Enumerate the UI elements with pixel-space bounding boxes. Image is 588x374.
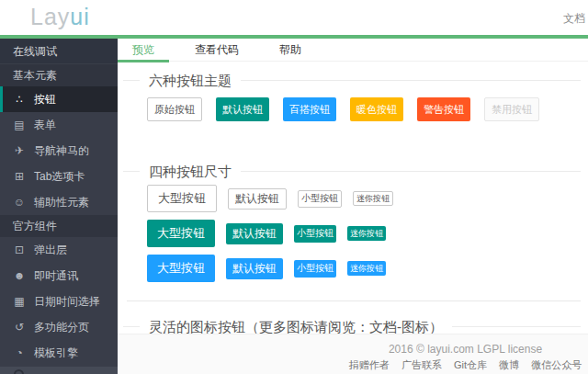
default-button[interactable]: 默认按钮 [216, 97, 269, 121]
layui-logo[interactable]: Layui [30, 4, 90, 30]
active-tab-underline [118, 60, 169, 62]
sidebar-item-label: 辅助性元素 [34, 195, 89, 210]
doc-nav-link[interactable]: 文档 [563, 11, 585, 27]
copyright-text: 2016 © layui.com LGPL license [343, 343, 588, 356]
sidebar-item-layer[interactable]: ⊡ 弹出层 [0, 237, 118, 263]
sidebar-item-label: 弹出层 [34, 243, 67, 258]
tab-label: 预览 [132, 43, 154, 56]
main-content: 预览 查看代码 帮助 六种按钮主题 原始按钮 默认按钮 百搭按钮 暖色按钮 警告… [118, 39, 588, 374]
page-footer: 2016 © layui.com LGPL license 捐赠作者 广告联系 … [118, 334, 588, 374]
engine-icon: ◔ [12, 346, 27, 359]
chat-icon: ☻ [12, 269, 27, 282]
sidebar-item-label: 模板引擎 [34, 346, 78, 361]
top-header: Layui 文档 [0, 0, 588, 35]
tab-preview[interactable]: 预览 [118, 39, 169, 61]
partial-icon [14, 369, 24, 374]
small-blue-button[interactable]: 小型按钮 [294, 260, 336, 278]
large-blue-button[interactable]: 大型按钮 [147, 255, 215, 282]
sidebar-item-nav[interactable]: ✈ 导航神马的 [0, 138, 118, 164]
clipboard-icon: ▤ [12, 119, 27, 131]
preview-pane: 六种按钮主题 原始按钮 默认按钮 百搭按钮 暖色按钮 警告按钮 禁用按钮 四种按… [118, 62, 588, 374]
sidebar-item-auxiliary[interactable]: ☺ 辅助性元素 [0, 189, 118, 215]
disabled-button: 禁用按钮 [484, 97, 539, 121]
footer-link-ads[interactable]: 广告联系 [401, 358, 442, 372]
section-button-themes: 六种按钮主题 原始按钮 默认按钮 百搭按钮 暖色按钮 警告按钮 禁用按钮 [123, 80, 581, 132]
mini-blue-button[interactable]: 迷你按钮 [347, 261, 386, 276]
logo-text-lay: Lay [30, 4, 70, 29]
default-blue-button[interactable]: 默认按钮 [226, 258, 283, 279]
small-primary-button[interactable]: 小型按钮 [298, 190, 342, 208]
original-button[interactable]: 原始按钮 [147, 97, 202, 121]
send-icon: ✈ [12, 144, 27, 157]
sidebar-item-label: 按钮 [34, 92, 56, 108]
normal-button[interactable]: 百搭按钮 [283, 97, 336, 121]
small-green-button[interactable]: 小型按钮 [294, 225, 336, 243]
warm-button[interactable]: 暖色按钮 [350, 97, 403, 121]
tab-label: 查看代码 [195, 43, 239, 56]
mini-primary-button[interactable]: 迷你按钮 [353, 191, 393, 206]
sidebar-group-components: 官方组件 [0, 215, 118, 237]
section-title: 四种按钮尺寸 [140, 164, 241, 181]
danger-button[interactable]: 警告按钮 [417, 97, 470, 121]
layui-demo-page: Layui 文档 在线调试 基本元素 ∴ 按钮 ▤ 表单 ✈ 导航神马的 ⊞ T… [0, 0, 588, 374]
footer-link-wechat[interactable]: 微信公众号 [531, 358, 582, 372]
sidebar-title: 在线调试 [0, 39, 118, 64]
default-green-button[interactable]: 默认按钮 [226, 223, 283, 244]
size-row-primary: 大型按钮 默认按钮 小型按钮 迷你按钮 [147, 185, 581, 212]
sidebar-item-label: 日期时间选择 [34, 294, 100, 310]
tab-view-code[interactable]: 查看代码 [180, 39, 254, 61]
sidebar-item-form[interactable]: ▤ 表单 [0, 112, 118, 138]
footer-link-weibo[interactable]: 微博 [499, 358, 519, 372]
footer-link-git[interactable]: Git仓库 [454, 358, 487, 372]
sidebar-nav: 在线调试 基本元素 ∴ 按钮 ▤ 表单 ✈ 导航神马的 ⊞ Tab选项卡 ☺ 辅… [0, 39, 118, 374]
sidebar-group-basic: 基本元素 [0, 64, 118, 86]
size-row-blue: 大型按钮 默认按钮 小型按钮 迷你按钮 [147, 255, 581, 282]
size-row-green: 大型按钮 默认按钮 小型按钮 迷你按钮 [147, 220, 581, 247]
mini-green-button[interactable]: 迷你按钮 [347, 226, 386, 241]
smiley-icon: ☺ [12, 196, 27, 209]
sidebar-item-label: 多功能分页 [34, 320, 89, 335]
large-primary-button[interactable]: 大型按钮 [147, 185, 217, 212]
sidebar-item-label: 表单 [34, 118, 56, 133]
size-rows: 大型按钮 默认按钮 小型按钮 迷你按钮 大型按钮 默认按钮 小型按钮 迷你按钮 … [123, 172, 581, 299]
sidebar-item-tab[interactable]: ⊞ Tab选项卡 [0, 164, 118, 189]
sidebar-item-button[interactable]: ∴ 按钮 [0, 86, 118, 112]
sidebar-item-label: Tab选项卡 [34, 169, 85, 185]
section-title: 六种按钮主题 [140, 73, 241, 90]
share-icon: ∴ [12, 93, 27, 106]
refresh-icon: ↺ [12, 321, 27, 334]
section-button-sizes: 四种按钮尺寸 大型按钮 默认按钮 小型按钮 迷你按钮 大型按钮 默认按钮 小型按… [123, 171, 581, 299]
sidebar-partial-item [0, 367, 118, 374]
large-green-button[interactable]: 大型按钮 [147, 220, 215, 247]
footer-links: 捐赠作者 广告联系 Git仓库 微博 微信公众号 [343, 358, 588, 372]
tab-bar: 预览 查看代码 帮助 [118, 39, 588, 62]
logo-text-ui: ui [70, 4, 89, 29]
sidebar-item-label: 导航神马的 [34, 143, 89, 159]
footer-link-donate[interactable]: 捐赠作者 [349, 358, 390, 372]
sidebar-item-pagination[interactable]: ↺ 多功能分页 [0, 314, 118, 340]
section-divider [127, 300, 581, 301]
sidebar-item-im[interactable]: ☻ 即时通讯 [0, 263, 118, 289]
tab-label: 帮助 [279, 43, 301, 56]
tab-help[interactable]: 帮助 [265, 39, 316, 61]
calendar-icon: ▦ [12, 295, 27, 308]
sidebar-item-label: 即时通讯 [34, 268, 78, 284]
default-primary-button[interactable]: 默认按钮 [228, 188, 287, 210]
window-icon: ⊞ [12, 170, 27, 183]
sidebar-item-template[interactable]: ◔ 模板引擎 [0, 340, 118, 366]
layer-icon: ⊡ [12, 244, 27, 256]
sidebar-item-datetime[interactable]: ▦ 日期时间选择 [0, 289, 118, 314]
